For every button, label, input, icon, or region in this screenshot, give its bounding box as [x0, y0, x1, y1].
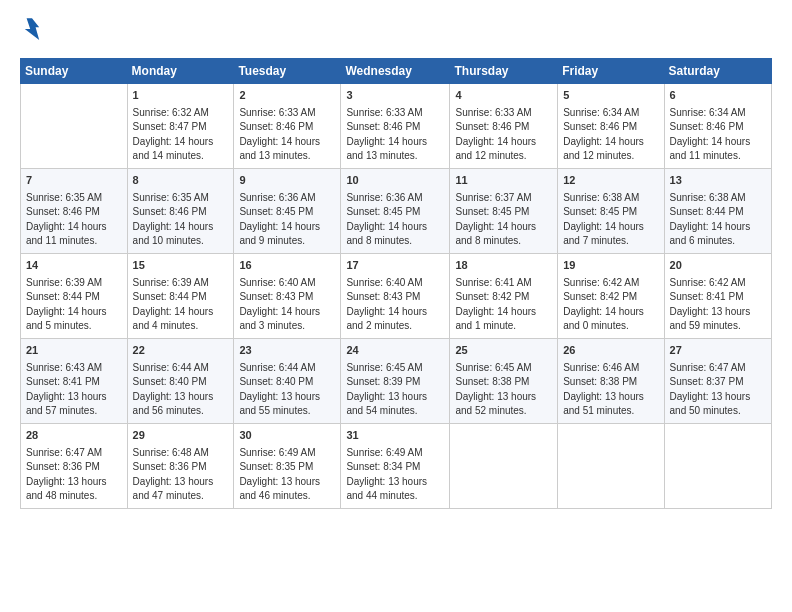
calendar-body: 1Sunrise: 6:32 AM Sunset: 8:47 PM Daylig…: [21, 84, 772, 509]
day-number: 17: [346, 258, 444, 274]
day-info: Sunrise: 6:49 AM Sunset: 8:34 PM Dayligh…: [346, 446, 444, 504]
day-info: Sunrise: 6:35 AM Sunset: 8:46 PM Dayligh…: [26, 191, 122, 249]
page: SundayMondayTuesdayWednesdayThursdayFrid…: [0, 0, 792, 612]
day-number: 9: [239, 173, 335, 189]
day-cell: 27Sunrise: 6:47 AM Sunset: 8:37 PM Dayli…: [664, 338, 771, 423]
day-cell: 11Sunrise: 6:37 AM Sunset: 8:45 PM Dayli…: [450, 168, 558, 253]
day-number: 31: [346, 428, 444, 444]
day-cell: 14Sunrise: 6:39 AM Sunset: 8:44 PM Dayli…: [21, 253, 128, 338]
logo: [20, 16, 43, 48]
day-number: 6: [670, 88, 766, 104]
day-number: 5: [563, 88, 658, 104]
day-number: 22: [133, 343, 229, 359]
day-info: Sunrise: 6:32 AM Sunset: 8:47 PM Dayligh…: [133, 106, 229, 164]
day-number: 10: [346, 173, 444, 189]
day-info: Sunrise: 6:37 AM Sunset: 8:45 PM Dayligh…: [455, 191, 552, 249]
day-number: 29: [133, 428, 229, 444]
day-cell: 8Sunrise: 6:35 AM Sunset: 8:46 PM Daylig…: [127, 168, 234, 253]
day-cell: 3Sunrise: 6:33 AM Sunset: 8:46 PM Daylig…: [341, 84, 450, 169]
header-row: SundayMondayTuesdayWednesdayThursdayFrid…: [21, 59, 772, 84]
day-info: Sunrise: 6:34 AM Sunset: 8:46 PM Dayligh…: [670, 106, 766, 164]
header-cell-friday: Friday: [558, 59, 664, 84]
day-cell: 10Sunrise: 6:36 AM Sunset: 8:45 PM Dayli…: [341, 168, 450, 253]
day-info: Sunrise: 6:38 AM Sunset: 8:45 PM Dayligh…: [563, 191, 658, 249]
week-row-1: 1Sunrise: 6:32 AM Sunset: 8:47 PM Daylig…: [21, 84, 772, 169]
day-cell: 6Sunrise: 6:34 AM Sunset: 8:46 PM Daylig…: [664, 84, 771, 169]
day-cell: 31Sunrise: 6:49 AM Sunset: 8:34 PM Dayli…: [341, 423, 450, 508]
header-cell-monday: Monday: [127, 59, 234, 84]
day-info: Sunrise: 6:42 AM Sunset: 8:42 PM Dayligh…: [563, 276, 658, 334]
day-cell: 13Sunrise: 6:38 AM Sunset: 8:44 PM Dayli…: [664, 168, 771, 253]
day-number: 30: [239, 428, 335, 444]
week-row-5: 28Sunrise: 6:47 AM Sunset: 8:36 PM Dayli…: [21, 423, 772, 508]
day-cell: 22Sunrise: 6:44 AM Sunset: 8:40 PM Dayli…: [127, 338, 234, 423]
day-cell: [664, 423, 771, 508]
header-cell-thursday: Thursday: [450, 59, 558, 84]
header: [20, 16, 772, 48]
header-cell-saturday: Saturday: [664, 59, 771, 84]
week-row-3: 14Sunrise: 6:39 AM Sunset: 8:44 PM Dayli…: [21, 253, 772, 338]
day-cell: 9Sunrise: 6:36 AM Sunset: 8:45 PM Daylig…: [234, 168, 341, 253]
day-number: 1: [133, 88, 229, 104]
day-info: Sunrise: 6:44 AM Sunset: 8:40 PM Dayligh…: [133, 361, 229, 419]
day-info: Sunrise: 6:39 AM Sunset: 8:44 PM Dayligh…: [133, 276, 229, 334]
day-info: Sunrise: 6:36 AM Sunset: 8:45 PM Dayligh…: [346, 191, 444, 249]
day-number: 24: [346, 343, 444, 359]
day-number: 16: [239, 258, 335, 274]
day-number: 14: [26, 258, 122, 274]
day-cell: 7Sunrise: 6:35 AM Sunset: 8:46 PM Daylig…: [21, 168, 128, 253]
header-cell-sunday: Sunday: [21, 59, 128, 84]
day-cell: 15Sunrise: 6:39 AM Sunset: 8:44 PM Dayli…: [127, 253, 234, 338]
day-info: Sunrise: 6:33 AM Sunset: 8:46 PM Dayligh…: [346, 106, 444, 164]
day-info: Sunrise: 6:39 AM Sunset: 8:44 PM Dayligh…: [26, 276, 122, 334]
day-cell: 1Sunrise: 6:32 AM Sunset: 8:47 PM Daylig…: [127, 84, 234, 169]
day-cell: 26Sunrise: 6:46 AM Sunset: 8:38 PM Dayli…: [558, 338, 664, 423]
day-info: Sunrise: 6:41 AM Sunset: 8:42 PM Dayligh…: [455, 276, 552, 334]
day-info: Sunrise: 6:40 AM Sunset: 8:43 PM Dayligh…: [239, 276, 335, 334]
header-cell-wednesday: Wednesday: [341, 59, 450, 84]
day-number: 2: [239, 88, 335, 104]
day-number: 12: [563, 173, 658, 189]
day-cell: 25Sunrise: 6:45 AM Sunset: 8:38 PM Dayli…: [450, 338, 558, 423]
week-row-4: 21Sunrise: 6:43 AM Sunset: 8:41 PM Dayli…: [21, 338, 772, 423]
logo-icon: [23, 16, 41, 44]
day-cell: 4Sunrise: 6:33 AM Sunset: 8:46 PM Daylig…: [450, 84, 558, 169]
day-number: 8: [133, 173, 229, 189]
day-cell: 5Sunrise: 6:34 AM Sunset: 8:46 PM Daylig…: [558, 84, 664, 169]
day-info: Sunrise: 6:33 AM Sunset: 8:46 PM Dayligh…: [455, 106, 552, 164]
day-number: 23: [239, 343, 335, 359]
day-number: 13: [670, 173, 766, 189]
day-info: Sunrise: 6:38 AM Sunset: 8:44 PM Dayligh…: [670, 191, 766, 249]
day-info: Sunrise: 6:47 AM Sunset: 8:37 PM Dayligh…: [670, 361, 766, 419]
day-info: Sunrise: 6:40 AM Sunset: 8:43 PM Dayligh…: [346, 276, 444, 334]
day-number: 19: [563, 258, 658, 274]
day-cell: [558, 423, 664, 508]
day-cell: 20Sunrise: 6:42 AM Sunset: 8:41 PM Dayli…: [664, 253, 771, 338]
day-info: Sunrise: 6:36 AM Sunset: 8:45 PM Dayligh…: [239, 191, 335, 249]
day-cell: 16Sunrise: 6:40 AM Sunset: 8:43 PM Dayli…: [234, 253, 341, 338]
day-info: Sunrise: 6:35 AM Sunset: 8:46 PM Dayligh…: [133, 191, 229, 249]
svg-marker-0: [25, 18, 39, 40]
day-number: 27: [670, 343, 766, 359]
day-cell: [21, 84, 128, 169]
day-info: Sunrise: 6:48 AM Sunset: 8:36 PM Dayligh…: [133, 446, 229, 504]
day-cell: 19Sunrise: 6:42 AM Sunset: 8:42 PM Dayli…: [558, 253, 664, 338]
day-info: Sunrise: 6:46 AM Sunset: 8:38 PM Dayligh…: [563, 361, 658, 419]
day-number: 20: [670, 258, 766, 274]
day-number: 21: [26, 343, 122, 359]
day-info: Sunrise: 6:42 AM Sunset: 8:41 PM Dayligh…: [670, 276, 766, 334]
day-number: 26: [563, 343, 658, 359]
day-cell: [450, 423, 558, 508]
day-cell: 2Sunrise: 6:33 AM Sunset: 8:46 PM Daylig…: [234, 84, 341, 169]
week-row-2: 7Sunrise: 6:35 AM Sunset: 8:46 PM Daylig…: [21, 168, 772, 253]
day-cell: 17Sunrise: 6:40 AM Sunset: 8:43 PM Dayli…: [341, 253, 450, 338]
day-cell: 23Sunrise: 6:44 AM Sunset: 8:40 PM Dayli…: [234, 338, 341, 423]
day-number: 18: [455, 258, 552, 274]
day-cell: 18Sunrise: 6:41 AM Sunset: 8:42 PM Dayli…: [450, 253, 558, 338]
day-cell: 12Sunrise: 6:38 AM Sunset: 8:45 PM Dayli…: [558, 168, 664, 253]
day-cell: 30Sunrise: 6:49 AM Sunset: 8:35 PM Dayli…: [234, 423, 341, 508]
header-cell-tuesday: Tuesday: [234, 59, 341, 84]
calendar-header: SundayMondayTuesdayWednesdayThursdayFrid…: [21, 59, 772, 84]
day-cell: 21Sunrise: 6:43 AM Sunset: 8:41 PM Dayli…: [21, 338, 128, 423]
day-cell: 24Sunrise: 6:45 AM Sunset: 8:39 PM Dayli…: [341, 338, 450, 423]
